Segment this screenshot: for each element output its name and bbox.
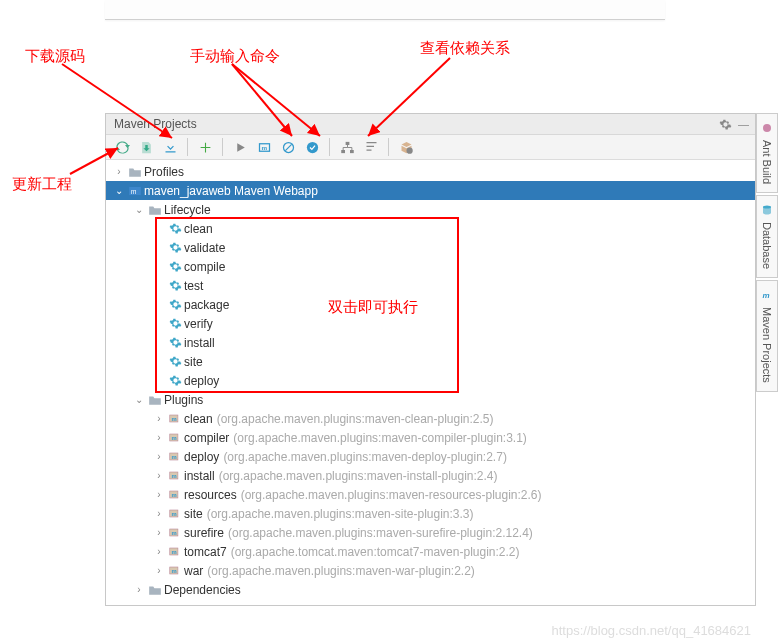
lifecycle-item[interactable]: verify — [106, 314, 755, 333]
plugin-icon: m — [166, 431, 184, 444]
ant-icon — [761, 122, 773, 136]
side-tab-maven-projects[interactable]: m Maven Projects — [756, 280, 778, 392]
plugin-coords: (org.apache.maven.plugins:maven-deploy-p… — [223, 450, 507, 464]
tree-label: validate — [184, 241, 225, 255]
plugin-coords: (org.apache.maven.plugins:maven-resource… — [241, 488, 542, 502]
plugin-item[interactable]: ›mresources(org.apache.maven.plugins:mav… — [106, 485, 755, 504]
execute-goal-button[interactable]: m — [254, 137, 274, 157]
toolbar-separator — [329, 138, 330, 156]
chevron-right-icon: › — [152, 508, 166, 519]
plugin-item[interactable]: ›mclean(org.apache.maven.plugins:maven-c… — [106, 409, 755, 428]
plugin-coords: (org.apache.maven.plugins:maven-war-plug… — [207, 564, 474, 578]
maven-projects-panel: Maven Projects — m — [105, 113, 756, 606]
tree-node-dependencies[interactable]: › Dependencies — [106, 580, 755, 599]
gear-icon — [166, 355, 184, 368]
lifecycle-item[interactable]: install — [106, 333, 755, 352]
svg-text:m: m — [261, 144, 267, 151]
svg-point-9 — [306, 141, 317, 152]
tree-label: clean — [184, 222, 213, 236]
svg-text:m: m — [763, 291, 770, 300]
tree-label: deploy — [184, 374, 219, 388]
chevron-right-icon: › — [112, 166, 126, 177]
toggle-offline-button[interactable] — [302, 137, 322, 157]
lifecycle-item[interactable]: package — [106, 295, 755, 314]
side-tab-label: Maven Projects — [761, 307, 773, 383]
plugin-icon: m — [166, 545, 184, 558]
lifecycle-item[interactable]: deploy — [106, 371, 755, 390]
tree-label: site — [184, 507, 203, 521]
annotation-view-dependencies: 查看依赖关系 — [420, 39, 510, 58]
tree-label: verify — [184, 317, 213, 331]
svg-text:m: m — [172, 549, 177, 555]
chevron-right-icon: › — [152, 527, 166, 538]
tree-label: Dependencies — [164, 583, 241, 597]
chevron-down-icon: ⌄ — [132, 394, 146, 405]
download-sources-button[interactable] — [160, 137, 180, 157]
panel-title: Maven Projects — [114, 117, 197, 131]
svg-text:m: m — [172, 530, 177, 536]
tree-label: install — [184, 469, 215, 483]
tool-window-tabs: Ant Build Database m Maven Projects — [756, 113, 781, 523]
plugin-coords: (org.apache.maven.plugins:maven-clean-pl… — [217, 412, 494, 426]
svg-rect-12 — [350, 150, 354, 153]
folder-icon — [126, 166, 144, 178]
reimport-button[interactable] — [112, 137, 132, 157]
tree-label: package — [184, 298, 229, 312]
gear-icon — [166, 279, 184, 292]
gear-icon — [166, 260, 184, 273]
tree-label: test — [184, 279, 203, 293]
tree-node-profiles[interactable]: › Profiles — [106, 162, 755, 181]
chevron-right-icon: › — [152, 489, 166, 500]
annotation-refresh-project: 更新工程 — [12, 175, 72, 194]
gear-icon — [166, 374, 184, 387]
plugin-item[interactable]: ›mtomcat7(org.apache.tomcat.maven:tomcat… — [106, 542, 755, 561]
plugin-item[interactable]: ›mcompiler(org.apache.maven.plugins:mave… — [106, 428, 755, 447]
tree-node-plugins[interactable]: ⌄ Plugins — [106, 390, 755, 409]
lifecycle-item[interactable]: site — [106, 352, 755, 371]
plugin-coords: (org.apache.maven.plugins:maven-site-plu… — [207, 507, 474, 521]
hide-icon[interactable]: — — [738, 114, 749, 135]
panel-title-bar: Maven Projects — — [106, 114, 755, 135]
maven-settings-button[interactable] — [396, 137, 416, 157]
tree-label: compile — [184, 260, 225, 274]
toolbar-separator — [222, 138, 223, 156]
tree-label: war — [184, 564, 203, 578]
plugin-item[interactable]: ›mdeploy(org.apache.maven.plugins:maven-… — [106, 447, 755, 466]
svg-text:m: m — [172, 435, 177, 441]
plugin-item[interactable]: ›msurefire(org.apache.maven.plugins:mave… — [106, 523, 755, 542]
lifecycle-item[interactable]: clean — [106, 219, 755, 238]
lifecycle-item[interactable]: validate — [106, 238, 755, 257]
plugin-item[interactable]: ›mwar(org.apache.maven.plugins:maven-war… — [106, 561, 755, 580]
generate-sources-button[interactable] — [136, 137, 156, 157]
tree-label: maven_javaweb Maven Webapp — [144, 184, 318, 198]
annotation-download-source: 下载源码 — [25, 47, 85, 66]
tree-label: Lifecycle — [164, 203, 211, 217]
gear-icon[interactable] — [719, 118, 732, 131]
collapse-all-button[interactable] — [361, 137, 381, 157]
plugin-coords: (org.apache.tomcat.maven:tomcat7-maven-p… — [231, 545, 520, 559]
lifecycle-item[interactable]: compile — [106, 257, 755, 276]
add-project-button[interactable] — [195, 137, 215, 157]
watermark: https://blog.csdn.net/qq_41684621 — [552, 623, 752, 638]
chevron-right-icon: › — [152, 546, 166, 557]
gear-icon — [166, 222, 184, 235]
plugin-item[interactable]: ›msite(org.apache.maven.plugins:maven-si… — [106, 504, 755, 523]
tree-label: tomcat7 — [184, 545, 227, 559]
tree-label: Plugins — [164, 393, 203, 407]
gear-icon — [166, 298, 184, 311]
plugin-coords: (org.apache.maven.plugins:maven-compiler… — [233, 431, 526, 445]
tree-node-lifecycle[interactable]: ⌄ Lifecycle — [106, 200, 755, 219]
svg-text:m: m — [172, 416, 177, 422]
chevron-down-icon: ⌄ — [132, 204, 146, 215]
lifecycle-item[interactable]: test — [106, 276, 755, 295]
side-tab-ant-build[interactable]: Ant Build — [756, 113, 778, 193]
run-button[interactable] — [230, 137, 250, 157]
tree-node-project[interactable]: ⌄ m maven_javaweb Maven Webapp — [106, 181, 755, 200]
side-tab-database[interactable]: Database — [756, 195, 778, 278]
plugin-coords: (org.apache.maven.plugins:maven-install-… — [219, 469, 498, 483]
gear-icon — [166, 241, 184, 254]
tree-label: surefire — [184, 526, 224, 540]
show-dependencies-button[interactable] — [337, 137, 357, 157]
toggle-skip-tests-button[interactable] — [278, 137, 298, 157]
plugin-item[interactable]: ›minstall(org.apache.maven.plugins:maven… — [106, 466, 755, 485]
